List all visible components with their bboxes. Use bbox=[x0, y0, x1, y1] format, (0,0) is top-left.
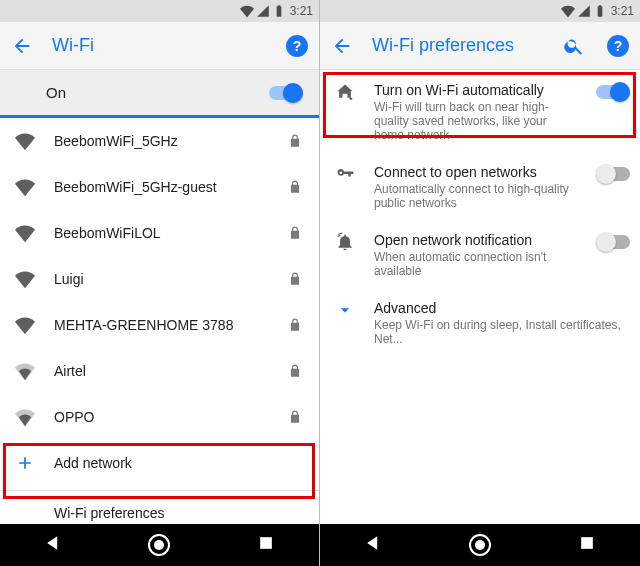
pref-title: Advanced bbox=[374, 300, 626, 316]
lock-icon bbox=[288, 134, 302, 148]
svg-rect-1 bbox=[581, 537, 593, 549]
battery-status-icon bbox=[593, 4, 607, 18]
wifi-ssid: BeebomWiFi_5GHz-guest bbox=[54, 179, 267, 195]
wifi-ssid: Luigi bbox=[54, 271, 267, 287]
signal-status-icon bbox=[577, 4, 591, 18]
lock-icon bbox=[288, 364, 302, 378]
wifi-icon bbox=[15, 177, 35, 197]
pref-notification-switch[interactable] bbox=[596, 232, 630, 252]
wifi-status-icon bbox=[561, 4, 575, 18]
app-bar: Wi-Fi ? bbox=[0, 22, 319, 70]
page-title: Wi-Fi preferences bbox=[372, 35, 544, 56]
help-button[interactable]: ? bbox=[604, 32, 632, 60]
svg-rect-0 bbox=[260, 537, 272, 549]
wifi-icon bbox=[15, 361, 35, 381]
arrow-back-icon bbox=[331, 35, 353, 57]
wifi-icon bbox=[15, 269, 35, 289]
back-button[interactable] bbox=[328, 32, 356, 60]
wifi-master-toggle-row[interactable]: On bbox=[0, 70, 319, 118]
add-network-row[interactable]: Add network bbox=[0, 440, 319, 486]
signal-status-icon bbox=[256, 4, 270, 18]
lock-icon bbox=[288, 272, 302, 286]
pref-notification-row[interactable]: Open network notification When automatic… bbox=[320, 220, 640, 288]
pref-advanced-row[interactable]: Advanced Keep Wi-Fi on during sleep, Ins… bbox=[320, 288, 640, 356]
lock-icon bbox=[288, 318, 302, 332]
pref-subtitle: Wi-Fi will turn back on near high-qualit… bbox=[374, 100, 578, 142]
wifi-preferences-row[interactable]: Wi-Fi preferences Wi-Fi turns back on au… bbox=[0, 493, 319, 524]
nav-home-button[interactable] bbox=[148, 534, 170, 556]
home-arrow-icon bbox=[335, 82, 355, 102]
status-time: 3:21 bbox=[290, 4, 313, 18]
search-icon bbox=[563, 35, 585, 57]
square-recent-icon bbox=[256, 533, 276, 553]
pref-auto-on-switch[interactable] bbox=[596, 82, 630, 102]
app-bar: Wi-Fi preferences ? bbox=[320, 22, 640, 70]
pref-title: Connect to open networks bbox=[374, 164, 578, 180]
bell-wifi-icon bbox=[335, 232, 355, 252]
wifi-network-row[interactable]: OPPO bbox=[0, 394, 319, 440]
pref-subtitle: Keep Wi-Fi on during sleep, Install cert… bbox=[374, 318, 626, 346]
divider bbox=[0, 490, 319, 491]
wifi-ssid: OPPO bbox=[54, 409, 267, 425]
wifi-content: On BeebomWiFi_5GHz BeebomWiFi_5GHz-guest… bbox=[0, 70, 319, 524]
lock-icon bbox=[288, 180, 302, 194]
status-time: 3:21 bbox=[611, 4, 634, 18]
page-title: Wi-Fi bbox=[52, 35, 267, 56]
wifi-icon bbox=[15, 315, 35, 335]
key-icon bbox=[335, 164, 355, 184]
status-bar: 3:21 bbox=[320, 0, 640, 22]
nav-home-button[interactable] bbox=[469, 534, 491, 556]
wifi-network-row[interactable]: BeebomWiFiLOL bbox=[0, 210, 319, 256]
lock-icon bbox=[288, 410, 302, 424]
arrow-back-icon bbox=[11, 35, 33, 57]
add-network-label: Add network bbox=[54, 455, 305, 471]
lock-icon bbox=[288, 226, 302, 240]
wifi-ssid: MEHTA-GREENHOME 3788 bbox=[54, 317, 267, 333]
help-icon: ? bbox=[286, 35, 308, 57]
wifi-ssid: BeebomWiFi_5GHz bbox=[54, 133, 267, 149]
circle-home-icon bbox=[469, 534, 491, 556]
wifi-network-row[interactable]: Luigi bbox=[0, 256, 319, 302]
wifi-master-switch[interactable] bbox=[269, 83, 303, 103]
wifi-ssid: BeebomWiFiLOL bbox=[54, 225, 267, 241]
help-icon: ? bbox=[607, 35, 629, 57]
plus-icon bbox=[15, 453, 35, 473]
nav-back-button[interactable] bbox=[363, 533, 383, 557]
wifi-ssid: Airtel bbox=[54, 363, 267, 379]
pref-title: Open network notification bbox=[374, 232, 578, 248]
circle-home-icon bbox=[148, 534, 170, 556]
wifi-on-label: On bbox=[46, 84, 66, 101]
back-button[interactable] bbox=[8, 32, 36, 60]
help-button[interactable]: ? bbox=[283, 32, 311, 60]
search-button[interactable] bbox=[560, 32, 588, 60]
nav-recent-button[interactable] bbox=[577, 533, 597, 557]
wifi-icon bbox=[15, 407, 35, 427]
nav-bar bbox=[320, 524, 640, 566]
wifi-icon bbox=[15, 223, 35, 243]
nav-bar bbox=[0, 524, 319, 566]
pref-open-networks-switch[interactable] bbox=[596, 164, 630, 184]
pref-open-networks-row[interactable]: Connect to open networks Automatically c… bbox=[320, 152, 640, 220]
nav-recent-button[interactable] bbox=[256, 533, 276, 557]
pref-subtitle: When automatic connection isn't availabl… bbox=[374, 250, 578, 278]
chevron-down-icon bbox=[335, 300, 355, 320]
triangle-back-icon bbox=[43, 533, 63, 553]
wifi-prefs-title: Wi-Fi preferences bbox=[54, 505, 305, 521]
wifi-icon bbox=[15, 131, 35, 151]
prefs-content: Turn on Wi-Fi automatically Wi-Fi will t… bbox=[320, 70, 640, 524]
wifi-network-row[interactable]: BeebomWiFi_5GHz-guest bbox=[0, 164, 319, 210]
status-bar: 3:21 bbox=[0, 0, 319, 22]
wifi-network-row[interactable]: BeebomWiFi_5GHz bbox=[0, 118, 319, 164]
wifi-network-row[interactable]: MEHTA-GREENHOME 3788 bbox=[0, 302, 319, 348]
wifi-network-row[interactable]: Airtel bbox=[0, 348, 319, 394]
pref-title: Turn on Wi-Fi automatically bbox=[374, 82, 578, 98]
pref-auto-on-row[interactable]: Turn on Wi-Fi automatically Wi-Fi will t… bbox=[320, 70, 640, 152]
pref-subtitle: Automatically connect to high-quality pu… bbox=[374, 182, 578, 210]
nav-back-button[interactable] bbox=[43, 533, 63, 557]
wifi-status-icon bbox=[240, 4, 254, 18]
triangle-back-icon bbox=[363, 533, 383, 553]
battery-status-icon bbox=[272, 4, 286, 18]
square-recent-icon bbox=[577, 533, 597, 553]
